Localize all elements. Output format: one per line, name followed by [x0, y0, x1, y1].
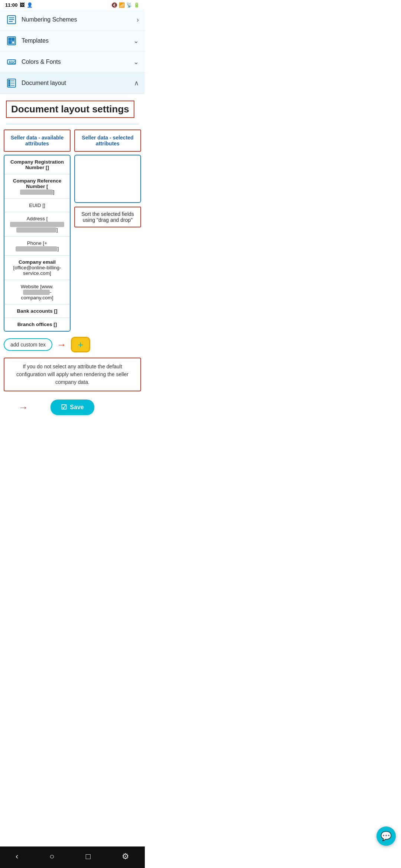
plus-button[interactable]: + [71, 337, 90, 352]
templates-label: Templates [22, 37, 133, 44]
signal-icon: 📡 [126, 2, 132, 8]
arrow-save-icon: → [19, 402, 28, 413]
left-column: Seller data - available attributes Compa… [4, 129, 71, 332]
mute-icon: 🔇 [111, 2, 117, 8]
templates-icon [6, 35, 17, 46]
svg-rect-6 [12, 38, 14, 40]
colors-chevron: ⌄ [133, 58, 139, 66]
section-divider [6, 124, 139, 124]
colors-icon: AbC [6, 56, 17, 68]
page-title-box: Document layout settings [6, 101, 134, 118]
right-column: Seller data - selected attributes Sort t… [74, 129, 141, 332]
numbering-icon [6, 14, 17, 25]
svg-rect-16 [9, 85, 10, 86]
attr-item-website[interactable]: Website [www.████████-company.com] [4, 280, 70, 305]
attr-item-branch[interactable]: Branch offices [] [4, 318, 70, 331]
numbering-chevron: › [137, 16, 139, 24]
svg-rect-14 [9, 82, 10, 84]
page-title-section: Document layout settings [0, 94, 145, 122]
info-box: If you do not select any attribute the d… [4, 358, 141, 391]
sidebar-item-colors[interactable]: AbC Colors & Fonts ⌄ [0, 52, 145, 73]
available-attributes-list: Company RegistrationNumber [] Company Re… [4, 155, 71, 332]
columns-row: Seller data - available attributes Compa… [0, 129, 145, 332]
add-custom-text-button[interactable]: add custom tex [4, 338, 52, 351]
selected-attributes-box[interactable] [74, 155, 141, 203]
sidebar-item-templates[interactable]: Templates ⌄ [0, 30, 145, 52]
svg-rect-7 [9, 41, 11, 44]
save-label: Save [70, 404, 84, 411]
nav-section: Numbering Schemes › Templates ⌄ AbC Colo… [0, 9, 145, 94]
attr-item-crn[interactable]: Company RegistrationNumber [] [4, 155, 70, 174]
wifi-icon: 📶 [119, 2, 125, 8]
attr-item-bank[interactable]: Bank accounts [] [4, 305, 70, 318]
save-check-icon: ☑ [61, 403, 67, 411]
sidebar-item-layout[interactable]: Document layout ∧ [0, 73, 145, 94]
svg-rect-5 [9, 38, 11, 40]
templates-chevron: ⌄ [133, 37, 139, 45]
attr-item-euid[interactable]: EUID [] [4, 199, 70, 212]
layout-label: Document layout [22, 80, 134, 86]
numbering-label: Numbering Schemes [22, 16, 137, 23]
battery-icon: 🔋 [134, 2, 140, 8]
main-content: Document layout settings Seller data - a… [0, 94, 145, 427]
svg-text:AbC: AbC [9, 60, 16, 65]
sort-hint-box: Sort the selected fields using "drag and… [74, 207, 141, 227]
bottom-section: add custom tex → + If you do not select … [0, 332, 145, 420]
user-icon: 👤 [27, 2, 33, 8]
save-row: → ☑ Save [4, 397, 141, 417]
sidebar-item-numbering[interactable]: Numbering Schemes › [0, 9, 145, 30]
svg-rect-12 [9, 80, 10, 82]
colors-label: Colors & Fonts [22, 59, 133, 65]
save-button[interactable]: ☑ Save [50, 400, 94, 415]
time-display: 11:00 [5, 2, 17, 8]
add-custom-row: add custom tex → + [4, 337, 141, 352]
layout-icon [6, 78, 17, 89]
left-column-header: Seller data - available attributes [4, 129, 71, 152]
attr-item-phone[interactable]: Phone [+██ ███ ███████] [4, 237, 70, 256]
right-column-header: Seller data - selected attributes [74, 129, 141, 152]
layout-chevron: ∧ [134, 79, 139, 87]
arrow-right-icon: → [57, 339, 66, 351]
plus-icon: + [78, 339, 83, 351]
attr-item-email[interactable]: Company email [office@online-billing-ser… [4, 256, 70, 280]
attr-item-cref[interactable]: Company ReferenceNumber [██████████] [4, 174, 70, 199]
attr-item-address[interactable]: Address [████████, ███████████████████..… [4, 212, 70, 237]
page-title: Document layout settings [11, 103, 129, 115]
status-bar: 11:00 🖼 👤 🔇 📶 📡 🔋 [0, 0, 145, 9]
image-icon: 🖼 [20, 2, 25, 8]
